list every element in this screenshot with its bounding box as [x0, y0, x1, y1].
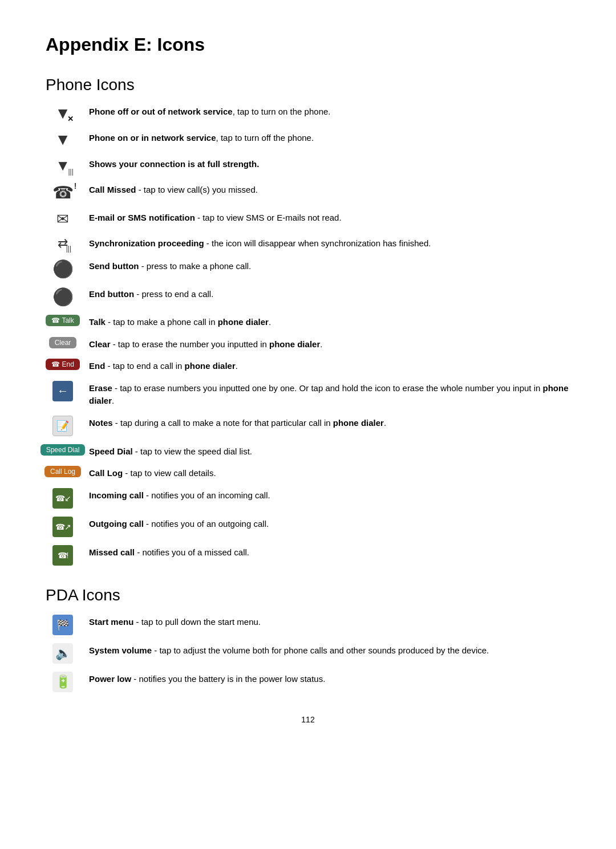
phone-off-description: Phone off or out of network service, tap… — [89, 104, 570, 119]
end-button-description: End button - press to end a call. — [89, 287, 570, 301]
talk-button-icon: ☎ Talk — [46, 315, 80, 326]
start-menu-icon: 🏁 — [46, 615, 80, 635]
phone-icon-list: ▼✕ Phone off or out of network service, … — [46, 104, 570, 566]
call-missed-icon: ☎! — [46, 182, 80, 202]
phone-off-icon: ▼✕ — [46, 104, 80, 123]
list-item: ▼✕ Phone off or out of network service, … — [46, 104, 570, 123]
speed-dial-description: Speed Dial - tap to view the speed dial … — [89, 444, 570, 458]
list-item: Clear Clear - tap to erase the number yo… — [46, 337, 570, 351]
system-volume-icon: 🔈 — [46, 643, 80, 664]
clear-button-icon: Clear — [46, 337, 80, 348]
pda-icon-list: 🏁 Start menu - tap to pull down the star… — [46, 615, 570, 692]
section-title-phone: Phone Icons — [46, 76, 570, 94]
list-item: ☎ Talk Talk - tap to make a phone call i… — [46, 315, 570, 329]
page-title: Appendix E: Icons — [46, 34, 570, 55]
signal-full-description: Shows your connection is at full strengt… — [89, 157, 570, 171]
end-description: End - tap to end a call in phone dialer. — [89, 359, 570, 373]
send-button-icon: ⚫ — [46, 259, 80, 279]
missed-call-icon: ☎! — [46, 545, 80, 566]
clear-description: Clear - tap to erase the number you inpu… — [89, 337, 570, 351]
list-item: ▼||| Shows your connection is at full st… — [46, 157, 570, 174]
clear-label: Clear — [49, 337, 77, 348]
page-number: 112 — [46, 715, 570, 724]
talk-description: Talk - tap to make a phone call in phone… — [89, 315, 570, 329]
sync-icon: ⇄||| — [46, 236, 80, 251]
power-low-description: Power low - notifies you the battery is … — [89, 672, 570, 686]
call-log-description: Call Log - tap to view call details. — [89, 466, 570, 480]
notes-description: Notes - tap during a call to make a note… — [89, 416, 570, 430]
list-item: ☎ End End - tap to end a call in phone d… — [46, 359, 570, 373]
list-item: Call Log Call Log - tap to view call det… — [46, 466, 570, 480]
list-item: 🔈 System volume - tap to adjust the volu… — [46, 643, 570, 664]
call-log-label: Call Log — [44, 466, 81, 477]
list-item: ☎! Missed call - notifies you of a misse… — [46, 545, 570, 566]
system-volume-description: System volume - tap to adjust the volume… — [89, 643, 570, 657]
notes-icon: 📝 — [46, 416, 80, 436]
list-item: 🔋 Power low - notifies you the battery i… — [46, 672, 570, 692]
list-item: ▼ Phone on or in network service, tap to… — [46, 131, 570, 149]
sync-description: Synchronization proceeding - the icon wi… — [89, 236, 570, 250]
end-label: ☎ End — [46, 359, 80, 370]
incoming-call-icon: ☎↙ — [46, 488, 80, 509]
list-item: ⚫ End button - press to end a call. — [46, 287, 570, 307]
call-log-icon: Call Log — [46, 466, 80, 477]
end-button2-icon: ☎ End — [46, 359, 80, 370]
talk-label: ☎ Talk — [46, 315, 79, 326]
speed-dial-label: Speed Dial — [40, 444, 86, 456]
email-sms-icon: ✉ — [46, 210, 80, 228]
send-button-description: Send button - press to make a phone call… — [89, 259, 570, 273]
list-item: ⇄||| Synchronization proceeding - the ic… — [46, 236, 570, 251]
outgoing-call-icon: ☎↗ — [46, 517, 80, 537]
erase-arrow-icon: ← — [46, 381, 80, 401]
incoming-call-description: Incoming call - notifies you of an incom… — [89, 488, 570, 502]
list-item: 🏁 Start menu - tap to pull down the star… — [46, 615, 570, 635]
list-item: ☎↙ Incoming call - notifies you of an in… — [46, 488, 570, 509]
list-item: ← Erase - tap to erase numbers you input… — [46, 381, 570, 408]
phone-on-description: Phone on or in network service, tap to t… — [89, 131, 570, 145]
erase-icon: ← — [52, 381, 73, 401]
email-sms-description: E-mail or SMS notification - tap to view… — [89, 210, 570, 225]
power-low-icon: 🔋 — [46, 672, 80, 692]
section-title-pda: PDA Icons — [46, 586, 570, 604]
list-item: ☎↗ Outgoing call - notifies you of an ou… — [46, 517, 570, 537]
end-button-icon: ⚫ — [46, 287, 80, 307]
speed-dial-icon: Speed Dial — [46, 444, 80, 456]
list-item: ☎! Call Missed - tap to view call(s) you… — [46, 182, 570, 202]
list-item: ✉ E-mail or SMS notification - tap to vi… — [46, 210, 570, 228]
missed-call-description: Missed call - notifies you of a missed c… — [89, 545, 570, 559]
list-item: Speed Dial Speed Dial - tap to view the … — [46, 444, 570, 458]
signal-full-icon: ▼||| — [46, 157, 80, 174]
outgoing-call-description: Outgoing call - notifies you of an outgo… — [89, 517, 570, 531]
start-menu-description: Start menu - tap to pull down the start … — [89, 615, 570, 629]
call-missed-description: Call Missed - tap to view call(s) you mi… — [89, 182, 570, 197]
list-item: 📝 Notes - tap during a call to make a no… — [46, 416, 570, 436]
phone-on-icon: ▼ — [46, 131, 80, 149]
list-item: ⚫ Send button - press to make a phone ca… — [46, 259, 570, 279]
erase-description: Erase - tap to erase numbers you inputte… — [89, 381, 570, 408]
